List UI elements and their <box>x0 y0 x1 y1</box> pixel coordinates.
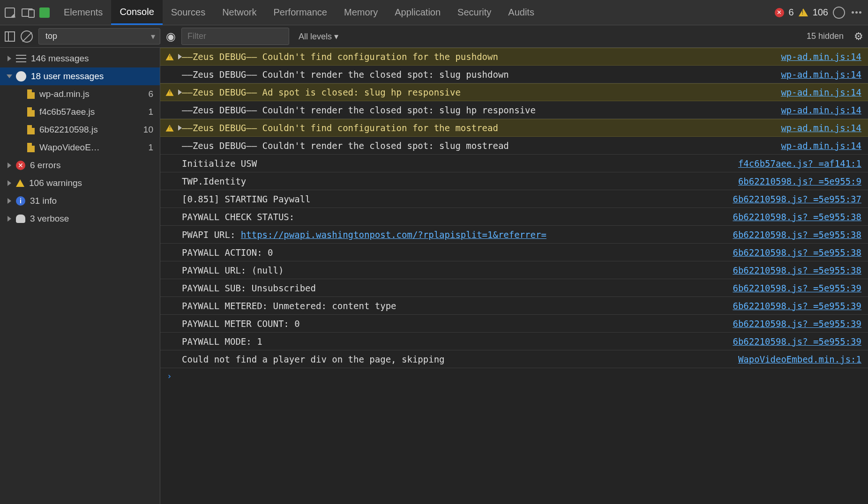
row-leading <box>165 53 182 61</box>
console-source-link[interactable]: 6b62210598.js? =5e955:39 <box>733 283 861 293</box>
expand-triangle-icon[interactable] <box>7 56 11 61</box>
console-row[interactable]: Initialize USWf4c6b57aee.js? =af141:1 <box>160 155 868 172</box>
console-settings-icon[interactable]: ⚙ <box>854 30 863 43</box>
sidebar-file-item[interactable]: WapoVideoE…1 <box>0 139 160 156</box>
console-source-link[interactable]: 6b62210598.js? =5e955:37 <box>733 194 861 204</box>
console-row[interactable]: PAYWALL METERED: Unmetered: content_type… <box>160 297 868 315</box>
console-row[interactable]: PAYWALL ACTION: 06b62210598.js? =5e955:3… <box>160 244 868 261</box>
expand-triangle-icon[interactable] <box>7 180 11 186</box>
log-levels-dropdown[interactable]: All levels ▾ <box>299 31 338 42</box>
live-expression-icon[interactable]: ◉ <box>166 30 176 43</box>
expand-triangle-icon[interactable] <box>7 163 11 168</box>
console-source-link[interactable]: 6b62210598.js? =5e955:9 <box>738 176 861 186</box>
error-count[interactable]: 6 <box>789 7 794 18</box>
console-row[interactable]: TWP.Identity6b62210598.js? =5e955:9 <box>160 172 868 190</box>
sidebar-group-label: 146 messages <box>31 53 89 64</box>
sidebar-group-label: 31 info <box>30 196 57 206</box>
sidebar-group[interactable]: 18 user messages <box>0 67 160 85</box>
clear-console-icon[interactable] <box>21 30 33 43</box>
console-message: ——Zeus DEBUG—— Couldn't find configurati… <box>182 123 775 133</box>
more-options-icon[interactable] <box>850 11 863 14</box>
console-row[interactable]: ——Zeus DEBUG—— Ad spot is closed: slug_h… <box>160 83 868 101</box>
sidebar-group[interactable]: 146 messages <box>0 50 160 67</box>
error-badge-icon[interactable]: ✕ <box>775 8 784 17</box>
list-icon <box>16 55 26 62</box>
sidebar-group[interactable]: 106 warnings <box>0 174 160 192</box>
expand-triangle-icon[interactable] <box>178 125 182 131</box>
sidebar-file-item[interactable]: 6b62210598.js10 <box>0 121 160 139</box>
console-source-link[interactable]: 6b62210598.js? =5e955:39 <box>733 301 861 311</box>
sidebar-group[interactable]: 3 verbose <box>0 210 160 228</box>
hidden-messages-label[interactable]: 15 hidden <box>807 31 844 41</box>
console-source-link[interactable]: 6b62210598.js? =5e955:38 <box>733 230 861 240</box>
expand-triangle-icon[interactable] <box>178 89 182 95</box>
sidebar-file-count: 6 <box>148 89 153 99</box>
sidebar-group-label: 106 warnings <box>29 178 82 188</box>
warning-count[interactable]: 106 <box>813 7 828 18</box>
console-source-link[interactable]: wp-ad.min.js:14 <box>781 87 861 97</box>
sidebar-file-count: 1 <box>148 142 153 153</box>
console-source-link[interactable]: WapoVideoEmbed.min.js:1 <box>738 354 861 364</box>
sidebar-group[interactable]: ✕6 errors <box>0 156 160 174</box>
console-prompt[interactable]: › <box>160 368 868 384</box>
sidebar-group[interactable]: i31 info <box>0 192 160 210</box>
panel-tabs: ElementsConsoleSourcesNetworkPerformance… <box>55 0 775 25</box>
console-row[interactable]: PAYWALL CHECK STATUS:6b62210598.js? =5e9… <box>160 208 868 226</box>
console-row[interactable]: ——Zeus DEBUG—— Couldn't find configurati… <box>160 119 868 137</box>
expand-triangle-icon[interactable] <box>178 54 182 59</box>
tab-console[interactable]: Console <box>111 0 162 25</box>
console-row[interactable]: ——Zeus DEBUG—— Couldn't render the close… <box>160 101 868 119</box>
console-row[interactable]: PAYWALL MODE: 16b62210598.js? =5e955:39 <box>160 333 868 350</box>
console-source-link[interactable]: wp-ad.min.js:14 <box>781 69 861 80</box>
warning-badge-icon[interactable] <box>799 8 808 16</box>
sidebar-file-item[interactable]: wp-ad.min.js6 <box>0 85 160 103</box>
console-row[interactable]: PAYWALL SUB: Unsubscribed6b62210598.js? … <box>160 279 868 297</box>
tab-security[interactable]: Security <box>449 0 500 25</box>
console-row[interactable]: [0.851] STARTING Paywall6b62210598.js? =… <box>160 190 868 208</box>
tab-elements[interactable]: Elements <box>55 0 111 25</box>
filter-input[interactable] <box>181 28 289 45</box>
tab-performance[interactable]: Performance <box>265 0 336 25</box>
console-row[interactable]: Could not find a player div on the page,… <box>160 350 868 368</box>
toggle-sidebar-icon[interactable] <box>5 31 15 42</box>
sidebar-file-item[interactable]: f4c6b57aee.js1 <box>0 103 160 121</box>
row-leading <box>165 89 182 96</box>
console-source-link[interactable]: f4c6b57aee.js? =af141:1 <box>738 158 861 169</box>
console-message: PAYWALL METERED: Unmetered: content_type <box>182 301 727 311</box>
device-toolbar-icon[interactable] <box>22 8 33 17</box>
extension-cube-icon[interactable] <box>39 7 50 18</box>
context-selector[interactable]: top <box>38 28 160 44</box>
expand-triangle-icon[interactable] <box>7 216 11 222</box>
console-row[interactable]: ——Zeus DEBUG—— Couldn't render the close… <box>160 137 868 155</box>
tab-audits[interactable]: Audits <box>500 0 543 25</box>
tab-application[interactable]: Application <box>386 0 449 25</box>
tab-network[interactable]: Network <box>214 0 265 25</box>
warning-icon <box>166 89 174 96</box>
console-message-link[interactable]: https://pwapi.washingtonpost.com/?rplapi… <box>241 230 546 240</box>
console-message: Initialize USW <box>182 158 733 169</box>
console-message: [0.851] STARTING Paywall <box>182 194 727 204</box>
inspect-element-icon[interactable] <box>5 7 15 18</box>
console-source-link[interactable]: 6b62210598.js? =5e955:38 <box>733 212 861 222</box>
console-row[interactable]: ——Zeus DEBUG—— Couldn't render the close… <box>160 66 868 83</box>
console-source-link[interactable]: wp-ad.min.js:14 <box>781 141 861 151</box>
console-source-link[interactable]: 6b62210598.js? =5e955:39 <box>733 319 861 329</box>
console-source-link[interactable]: wp-ad.min.js:14 <box>781 52 861 62</box>
console-source-link[interactable]: 6b62210598.js? =5e955:39 <box>733 336 861 347</box>
prompt-chevron-icon: › <box>167 371 172 381</box>
devtools-tabbar: ElementsConsoleSourcesNetworkPerformance… <box>0 0 868 25</box>
file-icon <box>27 125 35 134</box>
console-row[interactable]: ——Zeus DEBUG—— Couldn't find configurati… <box>160 48 868 66</box>
expand-triangle-icon[interactable] <box>7 198 11 204</box>
console-row[interactable]: PAYWALL URL: (null)6b62210598.js? =5e955… <box>160 261 868 279</box>
console-row[interactable]: PAYWALL METER COUNT: 06b62210598.js? =5e… <box>160 315 868 333</box>
console-source-link[interactable]: wp-ad.min.js:14 <box>781 123 861 133</box>
tab-sources[interactable]: Sources <box>163 0 214 25</box>
console-source-link[interactable]: 6b62210598.js? =5e955:38 <box>733 247 861 258</box>
console-source-link[interactable]: wp-ad.min.js:14 <box>781 105 861 115</box>
expand-triangle-icon[interactable] <box>7 74 12 78</box>
console-source-link[interactable]: 6b62210598.js? =5e955:38 <box>733 265 861 275</box>
tab-memory[interactable]: Memory <box>336 0 386 25</box>
console-row[interactable]: PWAPI URL: https://pwapi.washingtonpost.… <box>160 226 868 244</box>
feedback-icon[interactable] <box>833 7 845 19</box>
